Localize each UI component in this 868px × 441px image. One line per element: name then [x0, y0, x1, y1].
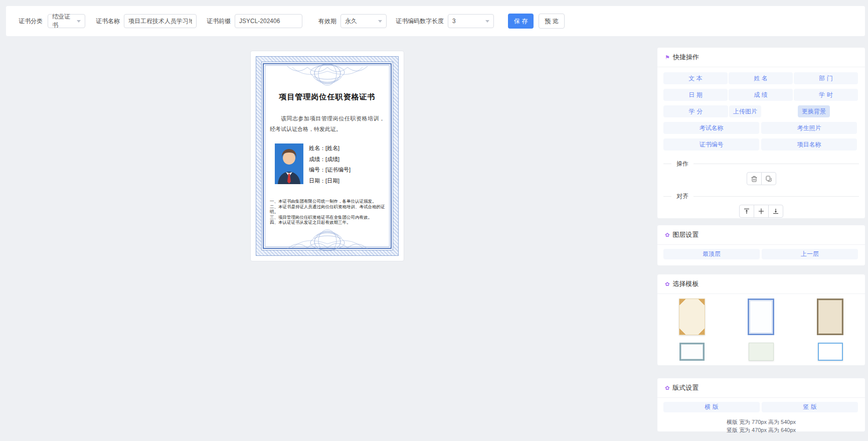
horizontal-layout-button[interactable]: 横 版	[663, 402, 760, 412]
quick-name-button[interactable]: 姓 名	[729, 72, 793, 84]
layout-settings-header: ✿ 版式设置	[657, 378, 865, 398]
layer-settings-title: 图层设置	[672, 230, 699, 239]
certificate-field-score[interactable]: 成绩：[成绩]	[309, 154, 351, 165]
certificate-body-text[interactable]: 该同志参加项目管理岗位任职资格培训，经考试认证合格，特发此证。	[270, 113, 385, 134]
layout-settings-panel: ✿ 版式设置 横 版 竖 版 横版 宽为 770px 高为 540px 竖版 宽…	[657, 378, 865, 432]
certificate-bottom-ornament-icon	[285, 225, 370, 251]
quick-project-name-button[interactable]: 项目名称	[761, 138, 857, 151]
vertical-layout-button[interactable]: 竖 版	[762, 402, 858, 412]
certificate-note-line: 一、本证书由集团有限公司统一制作，各单位认证颁发。	[270, 199, 388, 204]
template-thumbnail-blue-portrait[interactable]	[748, 299, 774, 335]
certificate-note-line: 三、项目管理岗位任职资格证书在全集团公司内有效。	[270, 215, 388, 220]
quick-upload-image-button[interactable]: 上传图片	[729, 105, 761, 117]
code-length-label: 证书编码数字长度	[396, 17, 444, 26]
quick-change-background-button[interactable]: 更换背景	[798, 105, 830, 117]
cert-name-input[interactable]	[124, 14, 197, 28]
code-length-select[interactable]: 3	[448, 14, 494, 28]
certificate-note-line: 二、本证书是持证人员通过岗位任职资格培训、考试合格的证明。	[270, 204, 388, 215]
align-top-icon	[744, 208, 750, 214]
certificate-field-name[interactable]: 姓名：[姓名]	[309, 143, 351, 154]
align-top-button[interactable]	[739, 205, 754, 218]
chevron-down-icon	[378, 20, 382, 23]
align-divider: 对齐	[663, 192, 859, 201]
template-thumbnail-brown-portrait[interactable]	[817, 299, 843, 335]
operations-divider: 操作	[663, 160, 859, 168]
cert-name-label: 证书名称	[96, 17, 120, 26]
template-thumbnail-teal-landscape[interactable]	[679, 343, 705, 361]
category-select[interactable]: 结业证书	[48, 14, 85, 28]
certificate-canvas[interactable]: 项目管理岗位任职资格证书 该同志参加项目管理岗位任职资格培训，经考试认证合格，特…	[250, 51, 404, 261]
align-middle-button[interactable]	[754, 205, 769, 218]
layout-size-vertical: 竖版 宽为 470px 高为 640px	[657, 426, 865, 434]
category-label: 证书分类	[19, 17, 43, 26]
template-picker-header: ✿ 选择模板	[657, 274, 865, 294]
save-button[interactable]: 保 存	[508, 14, 534, 29]
align-label: 对齐	[676, 192, 688, 201]
layout-size-info: 横版 宽为 770px 高为 540px 竖版 宽为 470px 高为 640p…	[657, 418, 865, 434]
quick-score-button[interactable]: 成 绩	[729, 89, 793, 101]
quick-actions-panel: ⚑ 快捷操作 文 本 姓 名 部 门 日 期 成 绩 学 时 学 分 上传图片 …	[657, 47, 865, 219]
validity-select[interactable]: 永久	[340, 14, 387, 28]
template-picker-title: 选择模板	[672, 279, 699, 288]
certificate-title[interactable]: 项目管理岗位任职资格证书	[264, 92, 391, 102]
flag-icon: ⚑	[665, 54, 670, 61]
delete-button[interactable]	[747, 172, 762, 185]
code-length-select-value: 3	[452, 18, 456, 25]
chevron-down-icon	[485, 20, 489, 23]
flower-icon: ✿	[665, 232, 669, 238]
validity-select-value: 永久	[345, 17, 357, 26]
quick-actions-title: 快捷操作	[673, 53, 699, 62]
quick-exam-name-button[interactable]: 考试名称	[663, 122, 759, 134]
quick-credit-button[interactable]: 学 分	[663, 105, 728, 117]
flower-icon: ✿	[665, 281, 669, 287]
validity-label: 有效期	[318, 17, 336, 26]
layout-settings-title: 版式设置	[672, 383, 699, 392]
align-button-group	[739, 205, 783, 218]
trash-icon	[751, 176, 757, 182]
template-thumbnail-green-landscape[interactable]	[749, 343, 774, 361]
align-middle-icon	[758, 208, 764, 214]
align-bottom-icon	[773, 208, 779, 214]
quick-date-button[interactable]: 日 期	[663, 89, 728, 101]
template-thumbnail-blue-border-landscape[interactable]	[818, 343, 843, 361]
flower-icon: ✿	[665, 385, 669, 391]
quick-examinee-photo-button[interactable]: 考生照片	[761, 122, 857, 134]
chevron-down-icon	[77, 20, 81, 23]
certificate-top-ornament-icon	[285, 64, 370, 90]
preview-button[interactable]: 预 览	[539, 14, 564, 29]
layout-size-horizontal: 横版 宽为 770px 高为 540px	[657, 418, 865, 426]
quick-text-button[interactable]: 文 本	[663, 72, 728, 84]
certificate-field-date[interactable]: 日期：[日期]	[309, 176, 351, 187]
certificate-field-number[interactable]: 编号：[证书编号]	[309, 165, 351, 176]
align-bottom-button[interactable]	[768, 205, 783, 218]
quick-actions-header: ⚑ 快捷操作	[657, 48, 865, 67]
certificate-notes[interactable]: 一、本证书由集团有限公司统一制作，各单位认证颁发。 二、本证书是持证人员通过岗位…	[270, 199, 388, 225]
copy-button[interactable]	[761, 172, 776, 185]
operations-label: 操作	[676, 160, 688, 168]
template-thumbnail-gold-portrait[interactable]	[679, 299, 705, 335]
quick-hours-button[interactable]: 学 时	[794, 89, 858, 101]
template-picker-panel: ✿ 选择模板	[657, 274, 865, 366]
certificate-note-line: 四、本认证证书从发证之日起有效期三年。	[270, 220, 388, 225]
examinee-photo-placeholder[interactable]	[275, 143, 303, 184]
bring-to-front-button[interactable]: 最顶层	[663, 249, 760, 259]
category-select-value: 结业证书	[52, 13, 74, 30]
quick-dept-button[interactable]: 部 门	[794, 72, 858, 84]
cert-prefix-label: 证书前缀	[207, 17, 231, 26]
copy-icon	[766, 176, 772, 182]
layer-settings-panel: ✿ 图层设置 最顶层 上一层	[657, 225, 865, 266]
certificate-fields: 姓名：[姓名] 成绩：[成绩] 编号：[证书编号] 日期：[日期]	[309, 143, 351, 186]
operations-button-group	[747, 172, 776, 185]
quick-cert-number-button[interactable]: 证书编号	[663, 138, 759, 151]
certificate-content: 项目管理岗位任职资格证书 该同志参加项目管理岗位任职资格培训，经考试认证合格，特…	[264, 64, 391, 248]
toolbar: 证书分类 结业证书 证书名称 证书前缀 有效期 永久 证书编码数字长度 3 保 …	[6, 6, 865, 37]
bring-up-one-layer-button[interactable]: 上一层	[762, 249, 858, 259]
layer-settings-header: ✿ 图层设置	[657, 225, 865, 245]
cert-prefix-input[interactable]	[235, 14, 302, 28]
